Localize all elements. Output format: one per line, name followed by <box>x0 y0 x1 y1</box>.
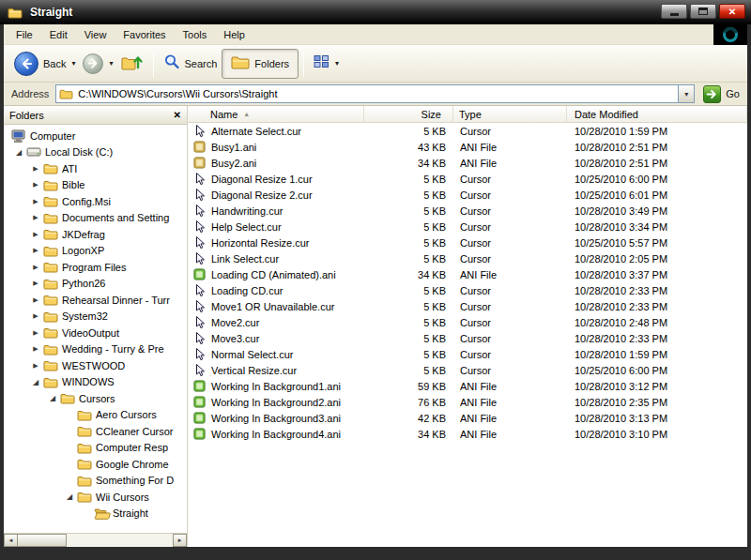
expand-arrow-icon[interactable]: ▶ <box>28 214 43 221</box>
views-button[interactable]: ▾ <box>309 52 346 75</box>
tree-item[interactable]: ▶Documents and Setting <box>4 210 187 227</box>
menu-favorites[interactable]: Favorites <box>115 26 174 43</box>
file-row[interactable]: Working In Background4.ani34 KBANI File1… <box>188 426 747 442</box>
file-row[interactable]: Busy1.ani43 KBANI File10/28/2010 2:51 PM <box>188 139 747 155</box>
tree-horizontal-scrollbar[interactable]: ◂ ▸ <box>4 533 187 547</box>
tree-item[interactable]: Something For D <box>4 473 187 490</box>
expand-arrow-icon[interactable]: ▶ <box>28 296 43 304</box>
menu-edit[interactable]: Edit <box>41 26 76 43</box>
file-row[interactable]: Loading CD (Animated).ani34 KBANI File10… <box>188 266 747 282</box>
tree-item[interactable]: Straight <box>4 506 187 522</box>
close-button[interactable]: ✕ <box>719 4 745 19</box>
file-row[interactable]: Working In Background1.ani59 KBANI File1… <box>188 378 747 394</box>
expand-arrow-icon[interactable]: ▶ <box>28 329 43 337</box>
expand-arrow-icon[interactable]: ▶ <box>28 165 43 173</box>
address-input[interactable]: C:\WINDOWS\Cursors\Wii Cursors\Straight … <box>55 84 695 103</box>
file-row[interactable]: Move1 OR Unavailable.cur5 KBCursor10/28/… <box>188 298 747 314</box>
titlebar: Straight ✕ <box>0 0 751 24</box>
tree-item[interactable]: ▶Config.Msi <box>4 193 187 210</box>
scroll-right-icon[interactable]: ▸ <box>173 534 187 547</box>
tree-item[interactable]: ▶JKDefrag <box>4 226 187 243</box>
search-button[interactable]: Search <box>159 51 222 77</box>
file-row[interactable]: Diagonal Resize 2.cur5 KBCursor10/25/201… <box>188 187 747 203</box>
expand-arrow-icon[interactable]: ▶ <box>28 362 43 370</box>
file-row[interactable]: Move3.cur5 KBCursor10/28/2010 2:33 PM <box>188 330 747 346</box>
tree-item[interactable]: Computer <box>4 128 187 144</box>
tree-item[interactable]: ◢Wii Cursors <box>4 489 187 506</box>
file-row[interactable]: Vertical Resize.cur5 KBCursor10/25/2010 … <box>188 362 747 378</box>
tree-item-label: Local Disk (C:) <box>45 146 113 158</box>
forward-button[interactable] <box>78 51 108 77</box>
expand-arrow-icon[interactable]: ◢ <box>45 394 60 402</box>
tree-item[interactable]: ▶ATI <box>4 160 187 177</box>
expand-arrow-icon[interactable]: ◢ <box>28 378 43 386</box>
menu-tools[interactable]: Tools <box>175 26 216 43</box>
expand-arrow-icon[interactable]: ▶ <box>28 181 43 189</box>
file-row[interactable]: Move2.cur5 KBCursor10/28/2010 2:48 PM <box>188 314 747 330</box>
maximize-button[interactable] <box>690 4 716 19</box>
folders-panel-close-icon[interactable]: ✕ <box>174 110 181 120</box>
column-header-name[interactable]: Name▲ <box>188 106 364 123</box>
up-button[interactable] <box>116 50 148 78</box>
tree-item[interactable]: ▶Python26 <box>4 276 187 293</box>
file-row[interactable]: Diagonal Resize 1.cur5 KBCursor10/25/201… <box>188 171 747 187</box>
go-button[interactable]: Go <box>703 85 740 103</box>
expand-arrow-icon[interactable]: ▶ <box>28 312 43 320</box>
column-header-type[interactable]: Type <box>453 106 567 123</box>
file-row[interactable]: Working In Background2.ani76 KBANI File1… <box>188 394 747 410</box>
file-type: Cursor <box>453 365 567 376</box>
file-name: Busy2.ani <box>211 158 256 169</box>
tree-item[interactable]: CCleaner Cursor <box>4 423 187 440</box>
file-row[interactable]: Working In Background3.ani42 KBANI File1… <box>188 410 747 426</box>
menu-file[interactable]: File <box>8 26 41 43</box>
expand-arrow-icon[interactable]: ◢ <box>62 492 77 501</box>
tree-item-label: Wedding - Turry & Pre <box>62 343 164 355</box>
tree-item[interactable]: ◢Cursors <box>4 390 187 407</box>
file-type: Cursor <box>453 237 567 249</box>
folder-icon <box>43 228 60 240</box>
expand-arrow-icon[interactable]: ▶ <box>28 231 43 238</box>
views-dropdown-icon[interactable]: ▾ <box>335 59 339 68</box>
minimize-button[interactable] <box>661 4 687 19</box>
scrollbar-track[interactable] <box>67 534 173 547</box>
expand-arrow-icon[interactable]: ◢ <box>11 148 26 157</box>
file-row[interactable]: Link Select.cur5 KBCursor10/28/2010 2:05… <box>188 250 747 266</box>
file-row[interactable]: Help Select.cur5 KBCursor10/28/2010 3:34… <box>188 219 747 235</box>
tree-item[interactable]: ▶WESTWOOD <box>4 357 187 374</box>
scrollbar-thumb[interactable] <box>18 534 67 547</box>
file-row[interactable]: Horizontal Resize.cur5 KBCursor10/25/201… <box>188 235 747 250</box>
menu-view[interactable]: View <box>76 26 115 43</box>
tree-item[interactable]: ◢WINDOWS <box>4 374 187 391</box>
tree-item[interactable]: ▶Wedding - Turry & Pre <box>4 341 187 358</box>
forward-dropdown-icon[interactable]: ▾ <box>109 59 113 68</box>
cursor-file-icon <box>193 348 207 361</box>
back-button[interactable]: Back <box>9 49 70 79</box>
tree-item[interactable]: Aero Cursors <box>4 407 187 424</box>
back-dropdown-icon[interactable]: ▾ <box>71 59 75 68</box>
column-header-size[interactable]: Size <box>364 106 453 123</box>
expand-arrow-icon[interactable]: ▶ <box>28 198 43 205</box>
folders-button[interactable]: Folders <box>222 49 299 79</box>
tree-item[interactable]: ▶Program Files <box>4 259 187 276</box>
address-dropdown-icon[interactable]: ▾ <box>678 85 694 102</box>
file-row[interactable]: Normal Select.cur5 KBCursor10/28/2010 1:… <box>188 346 747 362</box>
file-row[interactable]: Loading CD.cur5 KBCursor10/28/2010 2:33 … <box>188 282 747 298</box>
tree-item[interactable]: ▶System32 <box>4 309 187 325</box>
expand-arrow-icon[interactable]: ▶ <box>28 247 43 254</box>
file-row[interactable]: Handwriting.cur5 KBCursor10/28/2010 3:49… <box>188 203 747 219</box>
tree-item[interactable]: ▶Bible <box>4 177 187 194</box>
column-header-date-modified[interactable]: Date Modified <box>567 106 747 123</box>
tree-item[interactable]: ▶LogonXP <box>4 243 187 260</box>
file-row[interactable]: Busy2.ani34 KBANI File10/28/2010 2:51 PM <box>188 155 747 171</box>
file-row[interactable]: Alternate Select.cur5 KBCursor10/28/2010… <box>188 123 747 139</box>
tree-item[interactable]: ▶Rehearsal Dinner - Turr <box>4 292 187 309</box>
menu-help[interactable]: Help <box>215 26 253 43</box>
expand-arrow-icon[interactable]: ▶ <box>28 264 43 271</box>
expand-arrow-icon[interactable]: ▶ <box>28 345 43 353</box>
tree-item[interactable]: ▶VideoOutput <box>4 325 187 341</box>
scroll-left-icon[interactable]: ◂ <box>4 534 18 547</box>
tree-item[interactable]: Computer Resp <box>4 440 187 457</box>
tree-item[interactable]: Google Chrome <box>4 456 187 473</box>
tree-item[interactable]: ◢Local Disk (C:) <box>4 144 187 161</box>
expand-arrow-icon[interactable]: ▶ <box>28 280 43 287</box>
